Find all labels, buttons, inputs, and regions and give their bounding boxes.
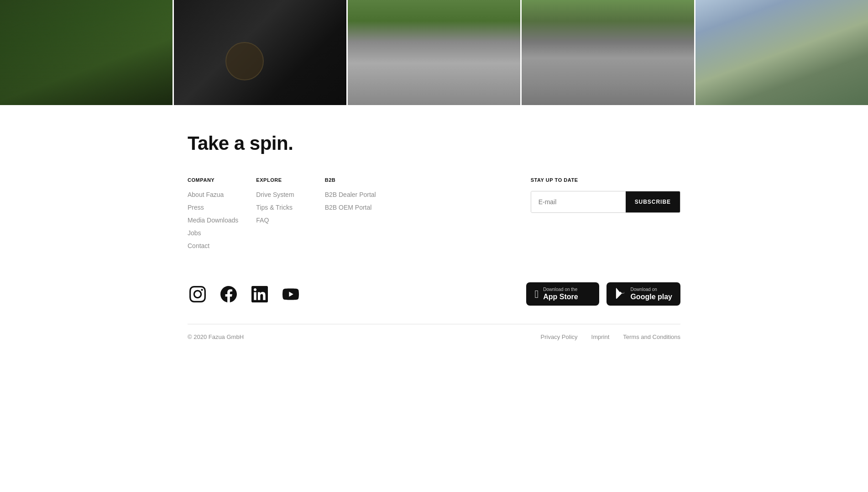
footer-bottom: © 2020 Fazua GmbH Privacy Policy Imprint… [188,324,680,354]
photo-mountain-bike [694,0,868,105]
b2b-heading: B2B [325,177,393,183]
company-column: COMPANY About Fazua Press Media Download… [188,177,256,255]
google-play-icon [615,288,626,301]
apple-icon:  [534,289,539,300]
footer-columns: COMPANY About Fazua Press Media Download… [188,177,680,255]
copyright: © 2020 Fazua GmbH [188,333,244,340]
google-play-button[interactable]: Download on Google play [607,282,680,306]
photo-forest [0,0,173,105]
explore-column: EXPLORE Drive System Tips & Tricks FAQ [256,177,324,229]
photo-cycling-road [346,0,520,105]
tips-tricks-link[interactable]: Tips & Tricks [256,204,324,211]
photo-dark-gear [173,0,346,105]
app-store-sub: Download on the [543,287,578,292]
facebook-icon[interactable] [219,284,239,304]
linkedin-icon[interactable] [250,284,270,304]
b2b-oem-portal-link[interactable]: B2B OEM Portal [325,204,393,211]
footer: Take a spin. COMPANY About Fazua Press M… [0,105,868,354]
photo-cycling-group [520,0,694,105]
email-form: SUBSCRIBE [531,191,680,213]
google-play-main: Google play [630,292,672,301]
b2b-dealer-portal-link[interactable]: B2B Dealer Portal [325,191,393,198]
app-store-text: Download on the App Store [543,287,578,301]
app-buttons:  Download on the App Store Download on [526,282,680,306]
media-downloads-link[interactable]: Media Downloads [188,217,256,224]
photo-strip [0,0,868,105]
subscribe-button[interactable]: SUBSCRIBE [626,191,680,212]
drive-system-link[interactable]: Drive System [256,191,324,198]
app-store-button[interactable]:  Download on the App Store [526,282,599,306]
imprint-link[interactable]: Imprint [591,333,610,340]
explore-heading: EXPLORE [256,177,324,183]
terms-conditions-link[interactable]: Terms and Conditions [623,333,680,340]
jobs-link[interactable]: Jobs [188,229,256,237]
newsletter-heading: STAY UP TO DATE [531,177,680,183]
legal-links: Privacy Policy Imprint Terms and Conditi… [541,333,680,340]
google-play-sub: Download on [630,287,672,292]
google-play-text: Download on Google play [630,287,672,301]
press-link[interactable]: Press [188,204,256,211]
email-input[interactable] [531,191,626,212]
b2b-column: B2B B2B Dealer Portal B2B OEM Portal [325,177,393,217]
faq-link[interactable]: FAQ [256,217,324,224]
youtube-icon[interactable] [281,284,301,304]
privacy-policy-link[interactable]: Privacy Policy [541,333,578,340]
social-icons [188,284,301,304]
contact-link[interactable]: Contact [188,242,256,249]
social-app-row:  Download on the App Store Download on [188,282,680,306]
newsletter-column: STAY UP TO DATE SUBSCRIBE [531,177,680,213]
instagram-icon[interactable] [188,284,208,304]
about-fazua-link[interactable]: About Fazua [188,191,256,198]
tagline: Take a spin. [188,132,680,154]
company-heading: COMPANY [188,177,256,183]
app-store-main: App Store [543,292,578,301]
